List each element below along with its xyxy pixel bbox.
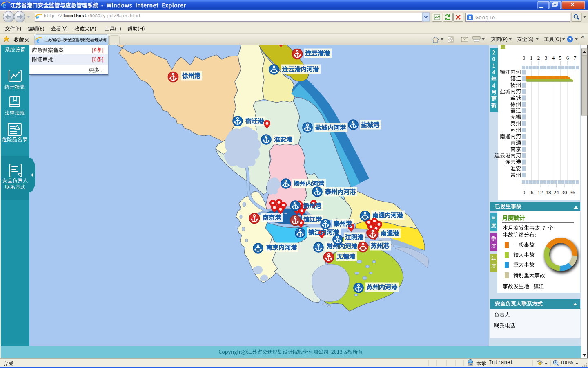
- svg-text:Google: Google: [475, 15, 495, 21]
- svg-text:»: »: [581, 34, 584, 39]
- svg-text:8: 8: [469, 14, 472, 20]
- svg-text:?: ?: [569, 37, 572, 42]
